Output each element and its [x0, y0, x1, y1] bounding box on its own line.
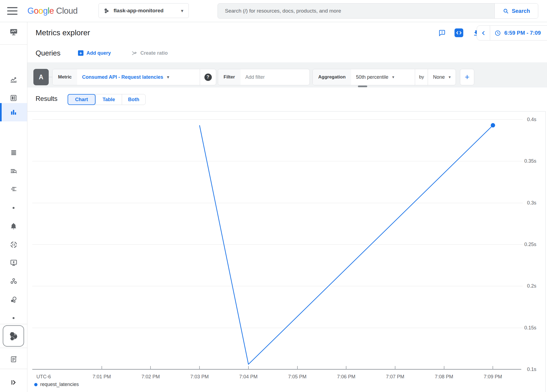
sidebar-item-vm-dashboard[interactable] [0, 256, 27, 270]
aggregation-value: 50th percentile [356, 74, 388, 80]
expand-panel-icon[interactable] [0, 375, 27, 390]
add-icon: + [78, 50, 83, 56]
legend-series-color-dot [34, 383, 37, 386]
create-ratio-label: Create ratio [140, 50, 168, 56]
merge-arrow-icon [131, 50, 138, 56]
group-by-dropdown[interactable]: None ▾ [428, 69, 456, 85]
metric-dropdown[interactable]: Consumed API - Request latencies ▾ [77, 69, 200, 85]
add-query-button[interactable]: + Add query [78, 44, 111, 62]
metric-value: Consumed API - Request latencies [82, 74, 163, 80]
timezone-label: UTC-6 [36, 374, 51, 380]
group-by-value: None [433, 74, 445, 80]
sidebar-item-services[interactable] [0, 292, 27, 307]
aggregation-dropdown[interactable]: 50th percentile ▾ [351, 69, 415, 85]
sidebar-item-overview[interactable] [0, 73, 27, 87]
queries-heading: Queries [36, 44, 60, 62]
chevron-down-icon: ▼ [180, 8, 184, 13]
metric-help-button[interactable]: ? [200, 69, 216, 85]
results-section-header: Results Chart Table Both [27, 87, 547, 111]
resize-drag-handle[interactable] [358, 86, 367, 87]
logo-cloud-text: Cloud [56, 6, 78, 16]
time-range-button[interactable]: 6:59 PM - 7:09 [490, 26, 545, 40]
chevron-down-icon: ▾ [448, 75, 451, 80]
global-search: Search [218, 3, 538, 19]
sidebar-item-project-hexagons[interactable] [3, 325, 24, 347]
add-query-label: Add query [86, 50, 111, 56]
query-builder-row: A Metric Consumed API - Request latencie… [27, 62, 547, 87]
sidebar-item-release-notes[interactable] [0, 352, 27, 366]
view-toggle-group: Chart Table Both [68, 94, 146, 105]
query-letter-badge: A [33, 69, 49, 85]
add-aggregation-step-button[interactable]: + [460, 69, 474, 85]
by-label: by [415, 69, 428, 85]
tab-table[interactable]: Table [95, 94, 122, 105]
sidebar-item-alerting[interactable] [0, 219, 27, 233]
project-name: flask-app-monitored [114, 8, 180, 14]
queries-section-header: Queries + Add query Create ratio [27, 44, 547, 62]
sidebar-divider [0, 369, 27, 369]
sidebar-item-metrics-explorer[interactable] [0, 103, 27, 121]
latency-line-chart: 0.4s0.35s0.3s0.25s0.2s0.15s0.1s7:01 PM7:… [27, 111, 546, 392]
sidebar-divider [0, 44, 27, 45]
series-line-layer [27, 112, 545, 392]
monitoring-sidebar [0, 22, 27, 392]
sidebar-item-list-search[interactable] [0, 164, 27, 178]
sidebar-item-dot[interactable] [0, 204, 27, 211]
code-view-icon[interactable] [453, 27, 465, 39]
series-end-point [491, 123, 495, 127]
series-line [199, 125, 493, 364]
sidebar-item-groups[interactable] [0, 274, 27, 288]
connector-line [49, 77, 52, 77]
tab-both[interactable]: Both [122, 94, 145, 105]
sidebar-divider [0, 324, 27, 324]
page-title: Metrics explorer [36, 22, 90, 44]
help-icon: ? [204, 74, 212, 81]
monitoring-product-icon[interactable] [0, 25, 27, 39]
sidebar-item-trace-spans[interactable] [0, 182, 27, 196]
aggregation-label: Aggregation [313, 69, 351, 85]
tab-chart[interactable]: Chart [68, 94, 95, 105]
metric-selector: Metric Consumed API - Request latencies … [52, 69, 216, 85]
top-app-bar: Google Cloud flask-app-monitored ▼ Searc… [0, 0, 547, 22]
aggregation-control: Aggregation 50th percentile ▾ by None ▾ [312, 69, 456, 85]
project-hexagons-icon [103, 7, 110, 14]
legend-item[interactable]: request_latencies [34, 382, 79, 387]
filter-input[interactable]: Add filter [241, 69, 270, 85]
filter-label: Filter [218, 69, 241, 85]
search-button[interactable]: Search [494, 4, 538, 18]
chart-plot-area: 0.4s0.35s0.3s0.25s0.2s0.15s0.1s7:01 PM7:… [27, 112, 545, 392]
logo-google-wordmark: Google [27, 6, 54, 16]
search-input[interactable] [218, 4, 494, 18]
search-button-label: Search [512, 8, 530, 14]
sidebar-item-log-list[interactable] [0, 145, 27, 160]
clock-icon [494, 30, 501, 36]
sidebar-divider [0, 348, 27, 348]
search-icon [503, 8, 509, 14]
project-picker[interactable]: flask-app-monitored ▼ [99, 3, 189, 18]
feedback-icon[interactable] [436, 27, 448, 39]
filter-control: Filter Add filter [218, 69, 310, 85]
chevron-down-icon: ▾ [167, 75, 169, 80]
sidebar-item-uptime-checks[interactable] [0, 238, 27, 252]
chevron-down-icon: ▾ [392, 75, 394, 80]
metric-label: Metric [53, 69, 77, 85]
sidebar-item-dot[interactable] [0, 314, 27, 321]
chevron-left-icon[interactable] [477, 26, 490, 40]
time-range-label: 6:59 PM - 7:09 [504, 30, 541, 36]
metrics-explorer-icon [0, 105, 27, 119]
metrics-explorer-toolbar: Metrics explorer 6:59 PM - 7:09 [27, 22, 547, 44]
google-cloud-logo: Google Cloud [27, 0, 78, 22]
menu-icon[interactable] [7, 7, 18, 15]
legend-series-name: request_latencies [40, 382, 79, 387]
create-ratio-button: Create ratio [131, 44, 168, 62]
time-range-control: 6:59 PM - 7:09 [477, 25, 547, 40]
results-heading: Results [36, 87, 57, 110]
